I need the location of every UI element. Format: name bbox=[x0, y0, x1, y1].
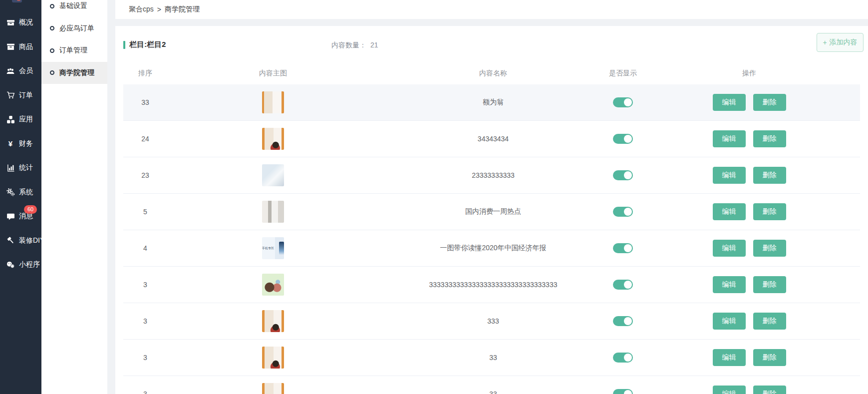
sidebar-item-finance[interactable]: ¥ 财务 bbox=[0, 132, 41, 156]
visibility-toggle[interactable] bbox=[613, 389, 633, 394]
sidebar-item-overview[interactable]: 概况 bbox=[0, 10, 41, 35]
sidebar-item-apps[interactable]: 应用 bbox=[0, 107, 41, 132]
sidebar-item-message[interactable]: 消息 60 bbox=[0, 204, 41, 229]
toggle-knob bbox=[624, 354, 632, 362]
message-icon bbox=[6, 212, 15, 221]
row-content-name: 333333333333333333333333333333333 bbox=[379, 281, 607, 289]
row-content-name: 333 bbox=[379, 317, 607, 325]
row-sort-value: 24 bbox=[123, 135, 167, 143]
sidebar-item-miniprogram[interactable]: 小程序 bbox=[0, 253, 41, 277]
secondary-nav: 基础设置 必应鸟订单 订单管理 商学院管理 bbox=[41, 0, 107, 84]
row-sort-value: 4 bbox=[123, 244, 167, 252]
sidebar-item-label: 财务 bbox=[19, 139, 33, 148]
circle-bullet-icon bbox=[50, 4, 54, 8]
toggle-knob bbox=[624, 281, 632, 289]
edit-button[interactable]: 编辑 bbox=[713, 240, 746, 257]
visibility-toggle[interactable] bbox=[613, 170, 633, 180]
content-thumbnail bbox=[262, 91, 284, 113]
row-sort-value: 3 bbox=[123, 317, 167, 325]
row-content-name: 一图带你读懂2020年中国经济年报 bbox=[379, 244, 607, 253]
toggle-knob bbox=[624, 135, 632, 143]
column-header-actions: 操作 bbox=[638, 69, 860, 78]
edit-button[interactable]: 编辑 bbox=[713, 94, 746, 111]
sidebar-item-label: 会员 bbox=[19, 66, 33, 75]
delete-button[interactable]: 删除 bbox=[753, 240, 786, 257]
secondary-sidebar: 基础设置 必应鸟订单 订单管理 商学院管理 bbox=[41, 0, 107, 394]
edit-button[interactable]: 编辑 bbox=[713, 130, 746, 147]
visibility-toggle[interactable] bbox=[613, 97, 633, 107]
edit-button[interactable]: 编辑 bbox=[713, 203, 746, 220]
content-thumbnail: 手机专区 bbox=[262, 237, 284, 259]
sidebar-item-goods[interactable]: 商品 bbox=[0, 35, 41, 59]
column-header-sort: 排序 bbox=[123, 69, 167, 78]
content-thumbnail bbox=[262, 128, 284, 150]
row-content-name: 33 bbox=[379, 354, 607, 362]
delete-button[interactable]: 删除 bbox=[753, 167, 786, 184]
delete-button[interactable]: 删除 bbox=[753, 130, 786, 147]
visibility-toggle[interactable] bbox=[613, 243, 633, 253]
sidebar-item-stats[interactable]: 统计 bbox=[0, 156, 41, 180]
row-content-name: 34343434 bbox=[379, 135, 607, 143]
diy-icon bbox=[6, 236, 15, 245]
delete-button[interactable]: 删除 bbox=[753, 276, 786, 293]
sidebar-item-label: 系统 bbox=[19, 188, 33, 197]
submenu-item-label: 商学院管理 bbox=[59, 68, 94, 77]
table-row: 23 23333333333 编辑 删除 bbox=[123, 157, 860, 194]
column-header-visible: 是否显示 bbox=[607, 69, 638, 78]
visibility-toggle[interactable] bbox=[613, 134, 633, 144]
table-row: 4 手机专区 一图带你读懂2020年中国经济年报 编辑 删除 bbox=[123, 230, 860, 267]
sidebar-item-label: 小程序 bbox=[19, 260, 40, 269]
row-sort-value: 3 bbox=[123, 281, 167, 289]
table-row: 3 33 编辑 删除 bbox=[123, 376, 860, 394]
row-sort-value: 3 bbox=[123, 354, 167, 362]
visibility-toggle[interactable] bbox=[613, 316, 633, 326]
breadcrumb-parent[interactable]: 聚合cps bbox=[129, 5, 154, 14]
sidebar-item-members[interactable]: 会员 bbox=[0, 59, 41, 83]
edit-button[interactable]: 编辑 bbox=[713, 349, 746, 366]
table-row: 3 333333333333333333333333333333333 编辑 删… bbox=[123, 267, 860, 303]
content-thumbnail bbox=[262, 310, 284, 332]
content-thumbnail bbox=[262, 201, 284, 223]
visibility-toggle[interactable] bbox=[613, 207, 633, 217]
sidebar-item-label: 应用 bbox=[19, 115, 33, 124]
sidebar-item-diy[interactable]: 装修DIY bbox=[0, 229, 41, 253]
submenu-item-2[interactable]: 订单管理 bbox=[41, 39, 107, 62]
plus-icon: + bbox=[823, 38, 827, 46]
visibility-toggle[interactable] bbox=[613, 280, 633, 290]
panel-title: 栏目:栏目2 bbox=[123, 40, 166, 49]
content-count-value: 21 bbox=[370, 41, 378, 49]
delete-button[interactable]: 删除 bbox=[753, 203, 786, 220]
row-sort-value: 5 bbox=[123, 208, 167, 216]
table-row: 3 33 编辑 删除 bbox=[123, 340, 860, 376]
delete-button[interactable]: 删除 bbox=[753, 313, 786, 330]
primary-sidebar: 概况 商品 会员 订单 应用 ¥ 财务 统计 系统 消息 60 装修DIY 小程… bbox=[0, 0, 41, 394]
column-header-name: 内容名称 bbox=[379, 69, 607, 78]
delete-button[interactable]: 删除 bbox=[753, 94, 786, 111]
message-count-badge: 60 bbox=[24, 205, 37, 214]
row-content-name: 23333333333 bbox=[379, 171, 607, 179]
column-header-image: 内容主图 bbox=[167, 69, 379, 78]
edit-button[interactable]: 编辑 bbox=[713, 167, 746, 184]
toggle-knob bbox=[624, 317, 632, 325]
row-content-name: 额为翁 bbox=[379, 98, 607, 107]
submenu-item-0[interactable]: 基础设置 bbox=[41, 0, 107, 17]
submenu-item-3[interactable]: 商学院管理 bbox=[41, 62, 107, 84]
submenu-item-1[interactable]: 必应鸟订单 bbox=[41, 17, 107, 40]
delete-button[interactable]: 删除 bbox=[753, 386, 786, 394]
visibility-toggle[interactable] bbox=[613, 353, 633, 363]
sidebar-item-system[interactable]: 系统 bbox=[0, 180, 41, 205]
edit-button[interactable]: 编辑 bbox=[713, 276, 746, 293]
overview-icon bbox=[6, 18, 15, 27]
miniprogram-icon bbox=[6, 261, 15, 269]
edit-button[interactable]: 编辑 bbox=[713, 313, 746, 330]
table-row: 24 34343434 编辑 删除 bbox=[123, 121, 860, 157]
content-thumbnail bbox=[262, 347, 284, 369]
content-card: 栏目:栏目2 内容数量：21 + 添加内容 排序 内容主图 内容名称 是否显示 … bbox=[115, 26, 868, 394]
toggle-knob bbox=[624, 171, 632, 179]
add-content-button[interactable]: + 添加内容 bbox=[817, 33, 864, 52]
edit-button[interactable]: 编辑 bbox=[713, 386, 746, 394]
apps-icon bbox=[6, 115, 15, 124]
breadcrumb-separator: > bbox=[157, 5, 161, 13]
sidebar-item-orders[interactable]: 订单 bbox=[0, 83, 41, 108]
delete-button[interactable]: 删除 bbox=[753, 349, 786, 366]
